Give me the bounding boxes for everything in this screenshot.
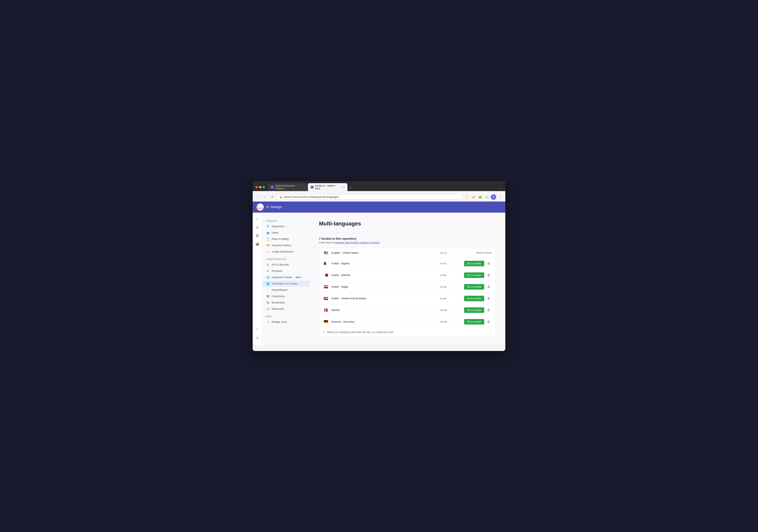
locale-name-de-de: German - Germany [331,320,440,323]
page-title: Multi-languages [319,221,496,227]
reload-button[interactable]: ↺ [269,194,275,200]
delete-btn-de-de[interactable]: 🗑 [486,319,492,325]
payment-label: Payment History [272,244,291,247]
locale-code-ar-dz: ar-dz [440,262,456,265]
locale-name-ar-eg: Arabic - Egypt [331,285,440,288]
add-locale-row[interactable]: + Select an existing locale from the lis… [319,328,496,337]
locale-row-de-de: 🇩🇪 German - Germany de-de Set as master … [319,316,496,328]
locale-row-ar-dz: 🇩🇿 Arabic - Algeria ar-dz Set as master … [319,258,496,269]
delete-btn-ar-ae[interactable]: 🗑 [486,296,492,301]
help-icon-btn[interactable]: ? [254,326,261,334]
tab-prismic[interactable]: P prismic.io - netrevs-franz ✕ [308,183,347,191]
set-master-btn-ar-bh[interactable]: Set as master [464,272,484,278]
webhooks-icon: 🔗 [266,307,270,310]
help-prefix: Learn how to [319,241,334,244]
general-section-label: GENERAL [262,220,309,222]
app-logo: ★review [257,203,264,211]
tabs-extend-button[interactable]: ⌄ [497,186,502,191]
sidebar-item-api-security[interactable]: ⚙ API & Security [262,262,309,268]
set-master-btn-da-dk[interactable]: Set as master [464,307,484,313]
collections-label: Collections [272,295,285,298]
custom-types-btn[interactable]: 📦 [254,241,261,248]
sidebar-item-users[interactable]: 👥 Users [262,230,309,236]
locale-row-ar-ae: 🇦🇪 Arabic - United Arab Emirates ar-ae S… [319,293,496,304]
sidebar-item-repository[interactable]: 🗄 Repository [262,223,309,230]
plans-label: Plans & Billing [272,237,289,240]
close-window-btn[interactable] [256,186,258,188]
set-master-btn-ar-dz[interactable]: Set as master [464,261,484,266]
back-button[interactable]: ← [255,194,260,200]
webhooks-label: Webhooks [272,307,284,310]
sidebar-item-danger-zone[interactable]: ⚠ Danger zone [262,319,309,325]
danger-zone-label: Danger zone [272,320,287,323]
extension-button[interactable]: 🧩 [477,194,483,200]
tab-favicon-shipitmonday: S [271,186,274,189]
tab-close-prismic[interactable]: ✕ [343,186,345,188]
locale-code-ar-bh: ar-bh [440,274,456,276]
locale-code-en-us: en-us [440,251,456,254]
sidebar-item-usage-dashboard[interactable]: 📈 Usage Dashboard [262,249,309,255]
misc-section-label: MISC [262,315,309,318]
app-title-text: Settings [270,205,282,209]
sidebar-item-payment-history[interactable]: 💳 Payment History [262,242,309,249]
new-tab-button[interactable]: + [348,186,353,191]
set-master-btn-de-de[interactable]: Set as master [464,319,484,325]
collections-icon: 📚 [266,295,270,298]
set-master-btn-ar-ae[interactable]: Set as master [464,296,484,301]
tab-close-shipitmonday[interactable]: ✕ [303,186,305,188]
reader-button[interactable]: ⬜ [484,194,490,200]
delete-btn-ar-bh[interactable]: 🗑 [486,272,492,278]
address-bar[interactable]: 🔒 netrevs-franz.prismic.io/settings/mult… [276,194,462,199]
dashboard-btn[interactable]: ⊞ [254,224,261,231]
sidebar-item-translations-locales[interactable]: 🌐 Translations & locales [262,280,309,287]
media-btn[interactable]: 🖼 [254,232,261,239]
sidebar-item-import-export[interactable]: ↑ Import/Export [262,287,309,293]
locale-action-da-dk: Set as master 🗑 [456,307,492,313]
repository-icon: 🗄 [266,225,270,228]
api-icon: ⚙ [266,263,270,266]
locale-name-ar-dz: Arabic - Algeria [331,262,440,265]
help-suffix: . [380,241,381,244]
beta-badge: BETA [295,276,302,279]
delete-btn-ar-dz[interactable]: 🗑 [486,261,492,266]
locale-row-ar-bh: 🇧🇭 Arabic - Bahrain ar-bh Set as master … [319,269,496,281]
add-locale-text: Select an existing locale from the list,… [327,331,488,334]
tab-label-prismic: prismic.io - netrevs-franz [315,184,340,190]
menu-button[interactable]: ⋮ [498,194,503,200]
flag-ar-eg: 🇪🇬 [323,285,329,289]
locale-row-ar-eg: 🇪🇬 Arabic - Egypt ar-eg Set as master 🗑 [319,281,496,293]
address-text: netrevs-franz.prismic.io/settings/multi-… [284,195,339,198]
tab-shipitmonday[interactable]: S shipitmonday-prod - Platform… ✕ [268,183,308,191]
sidebar-item-integration-fields[interactable]: 🌐 Integration Fields BETA [262,274,309,280]
usage-icon: 📈 [266,250,270,253]
browser-chrome: S shipitmonday-prod - Platform… ✕ P pris… [253,181,505,191]
minimize-window-btn[interactable] [259,186,261,188]
set-master-btn-ar-eg[interactable]: Set as master [464,284,484,290]
help-link[interactable]: translate and localize content in Prismi… [334,241,380,244]
sidebar-item-plans-billing[interactable]: 📋 Plans & Billing [262,236,309,242]
locale-row-en-us: 🇺🇸 English - United States en-us Master … [319,248,496,258]
integration-icon: 🌐 [266,276,270,279]
browser-titlebar: S shipitmonday-prod - Platform… ✕ P pris… [256,183,502,191]
previews-label: Previews [272,269,283,272]
logo-text: ★review [257,205,263,209]
hamburger-menu-btn[interactable]: ≡ [254,216,261,223]
locale-row-da-dk: 🇩🇰 Danish da-dk Set as master 🗑 [319,304,496,316]
sidebar-item-previews[interactable]: 👁 Previews [262,268,309,274]
password-button[interactable]: 🔑 [470,194,476,200]
bookmark-button[interactable]: ☆ [464,194,469,200]
integration-label: Integration Fields [272,276,292,279]
sidebar-item-webhooks[interactable]: 🔗 Webhooks [262,306,309,312]
delete-btn-ar-eg[interactable]: 🗑 [486,284,492,290]
profile-button[interactable]: F [491,194,496,200]
sidebar-item-bookmarks[interactable]: 🔖 Bookmarks [262,300,309,306]
settings-icon-btn[interactable]: ⚙ [254,335,261,342]
forward-button[interactable]: → [262,194,268,200]
locale-action-ar-eg: Set as master 🗑 [456,284,492,290]
danger-icon: ⚠ [266,320,270,324]
sidebar-icons-bottom: ? ⚙ [254,326,261,345]
users-icon: 👥 [266,231,270,234]
maximize-window-btn[interactable] [262,186,265,188]
delete-btn-da-dk[interactable]: 🗑 [486,307,492,313]
sidebar-item-collections[interactable]: 📚 Collections [262,293,309,300]
